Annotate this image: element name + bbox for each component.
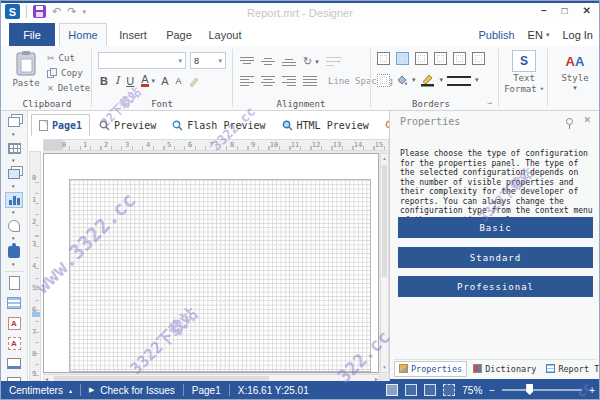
report-page[interactable] xyxy=(43,153,379,373)
publish-button[interactable]: Publish xyxy=(479,29,515,41)
rotate-text-icon[interactable]: ↻ xyxy=(303,55,312,68)
text-format-button[interactable]: S Text Format▾ xyxy=(504,50,544,94)
view-mode-page-break-icon[interactable] xyxy=(405,384,417,396)
vertical-scrollbar[interactable]: ▴ ▾ xyxy=(380,153,389,373)
chevron-down-icon[interactable]: ▾ xyxy=(12,157,15,163)
chevron-down-icon[interactable]: ▾ xyxy=(12,209,15,215)
zoom-level[interactable]: 75% xyxy=(462,385,482,396)
tab-report-tree[interactable]: Report Tree xyxy=(542,361,600,377)
tab-dictionary[interactable]: Dictionary xyxy=(469,361,540,377)
tab-layout[interactable]: Layout xyxy=(201,23,249,46)
maximize-button[interactable]: □ xyxy=(562,5,568,16)
delete-button[interactable]: ✕ Delete xyxy=(47,83,90,93)
grow-font-button[interactable]: A xyxy=(161,75,168,87)
scroll-down-icon[interactable]: ▾ xyxy=(381,363,388,372)
image-tool-icon[interactable] xyxy=(5,166,23,182)
chevron-down-icon[interactable]: ▾ xyxy=(12,183,15,189)
zoom-slider[interactable] xyxy=(502,389,582,391)
language-selector[interactable]: EN▾ xyxy=(528,29,550,41)
text-tool-icon[interactable]: A xyxy=(5,315,23,331)
align-right-icon[interactable] xyxy=(282,75,296,86)
scroll-up-icon[interactable]: ▴ xyxy=(381,154,388,163)
font-size-select[interactable]: 8▾ xyxy=(190,52,226,69)
zoom-in-icon[interactable]: + xyxy=(589,385,595,396)
tab-file[interactable]: File xyxy=(9,23,55,46)
chart-tool-icon[interactable] xyxy=(5,192,23,208)
horizontal-ruler[interactable]: 0 1 2 3 4 5 6 7 8 9 10 11 12 13 14 15 xyxy=(43,139,389,151)
border-outside-button[interactable] xyxy=(396,52,409,65)
border-style-button[interactable] xyxy=(447,76,471,86)
tab-insert[interactable]: Insert xyxy=(111,23,155,46)
border-right-button[interactable] xyxy=(472,52,485,65)
bold-button[interactable]: B xyxy=(100,75,108,87)
chevron-down-icon[interactable]: ▾ xyxy=(315,58,319,66)
login-button[interactable]: Log In xyxy=(562,29,593,41)
design-grid[interactable] xyxy=(69,179,371,372)
chevron-down-icon[interactable]: ▾ xyxy=(475,76,479,84)
scrollbar-thumb[interactable] xyxy=(382,165,387,277)
professional-config-button[interactable]: Professional xyxy=(398,276,593,297)
chevron-down-icon[interactable]: ▾ xyxy=(12,131,15,137)
cut-button[interactable]: ✂ Cut xyxy=(47,53,75,63)
tab-page[interactable]: Page xyxy=(159,23,199,46)
font-color-button[interactable]: A xyxy=(141,74,148,87)
underline-button[interactable]: U xyxy=(126,75,134,87)
page-tool-icon[interactable] xyxy=(5,275,23,291)
tab-preview[interactable]: Preview xyxy=(92,114,163,136)
units-selector[interactable]: Centimeters▴ xyxy=(1,381,80,399)
chevron-down-icon[interactable]: ▾ xyxy=(12,235,15,241)
vertical-ruler[interactable]: 0 1 2 3 4 5 6 7 8 9 xyxy=(29,151,41,381)
copy-button[interactable]: Copy xyxy=(47,68,83,78)
basic-config-button[interactable]: Basic xyxy=(398,217,593,238)
zoom-out-icon[interactable]: − xyxy=(489,385,495,396)
border-none-button[interactable] xyxy=(415,52,428,65)
italic-button[interactable]: I xyxy=(115,74,119,87)
style-button[interactable]: A A Style ▾ xyxy=(555,50,595,92)
shape-tool-icon[interactable] xyxy=(5,218,23,234)
design-canvas[interactable]: ▴ ▾ ◂ ▸ xyxy=(43,151,389,383)
align-center-icon[interactable] xyxy=(261,75,275,86)
border-color-pen-icon[interactable] xyxy=(420,73,436,87)
current-page-label[interactable]: Page1 xyxy=(184,381,229,399)
border-bottom-button[interactable] xyxy=(377,74,390,87)
tab-flash-preview[interactable]: Flash Preview xyxy=(165,114,272,136)
word-wrap-icon[interactable] xyxy=(326,56,342,67)
align-top-icon[interactable] xyxy=(240,56,254,67)
text-in-cells-tool-icon[interactable]: A xyxy=(5,335,23,351)
tab-home[interactable]: Home xyxy=(59,23,107,46)
chevron-down-icon[interactable]: ▾ xyxy=(440,76,444,84)
paste-button[interactable]: Paste xyxy=(9,50,43,96)
font-name-select[interactable]: ▾ xyxy=(98,52,186,69)
panel-tool-icon[interactable] xyxy=(5,355,23,371)
standard-config-button[interactable]: Standard xyxy=(398,247,593,268)
pages-tool-icon[interactable] xyxy=(5,114,23,130)
borders-dialog-launcher-icon[interactable]: ⌐ xyxy=(487,99,492,108)
check-for-issues-button[interactable]: ▶Check for Issues xyxy=(81,381,183,399)
pin-icon[interactable] xyxy=(566,118,573,125)
chevron-down-icon[interactable]: ▾ xyxy=(12,261,15,267)
tab-properties[interactable]: Properties xyxy=(394,361,467,377)
component-tool-icon[interactable] xyxy=(5,244,23,260)
view-mode-report-icon[interactable] xyxy=(443,384,455,396)
tab-html-preview[interactable]: HTML Preview xyxy=(275,114,376,136)
chevron-down-icon[interactable]: ▾ xyxy=(152,77,156,85)
border-left-button[interactable] xyxy=(453,52,466,65)
align-justify-icon[interactable] xyxy=(303,75,317,86)
shrink-font-button[interactable]: A xyxy=(175,76,181,86)
close-panel-icon[interactable]: ✕ xyxy=(583,115,591,125)
align-left-icon[interactable] xyxy=(240,75,254,86)
view-mode-logical-icon[interactable] xyxy=(424,384,436,396)
align-bottom-icon[interactable] xyxy=(282,56,296,67)
chevron-down-icon[interactable]: ▾ xyxy=(412,76,416,84)
view-mode-normal-icon[interactable] xyxy=(386,384,398,396)
minimize-button[interactable]: – xyxy=(541,5,547,16)
border-top-button[interactable] xyxy=(434,52,447,65)
tab-page1[interactable]: Page1 xyxy=(31,114,90,136)
align-middle-icon[interactable] xyxy=(261,56,275,67)
format-brush-icon[interactable] xyxy=(188,75,200,87)
band-tool-icon[interactable] xyxy=(5,295,23,311)
close-button[interactable]: ✕ xyxy=(583,5,591,16)
table-tool-icon[interactable] xyxy=(5,140,23,156)
fill-color-icon[interactable] xyxy=(394,73,408,87)
border-all-button[interactable] xyxy=(377,52,390,65)
